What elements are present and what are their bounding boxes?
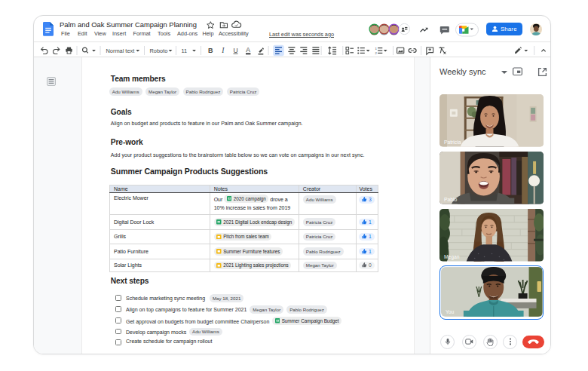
- svg-text:You: You: [446, 309, 455, 314]
- svg-text:1: 1: [375, 46, 377, 50]
- svg-text:11: 11: [181, 47, 187, 54]
- svg-text:Roboto: Roboto: [149, 47, 167, 54]
- svg-text:2: 2: [375, 51, 377, 55]
- svg-text:Pablo: Pablo: [444, 197, 458, 202]
- svg-text:I: I: [221, 47, 225, 54]
- svg-text:Normal text: Normal text: [106, 47, 134, 54]
- svg-text:U: U: [233, 46, 237, 54]
- svg-text:A: A: [246, 46, 250, 54]
- svg-text:Megan: Megan: [444, 254, 460, 260]
- svg-text:Patricia: Patricia: [444, 140, 461, 145]
- svg-text:B: B: [207, 47, 213, 54]
